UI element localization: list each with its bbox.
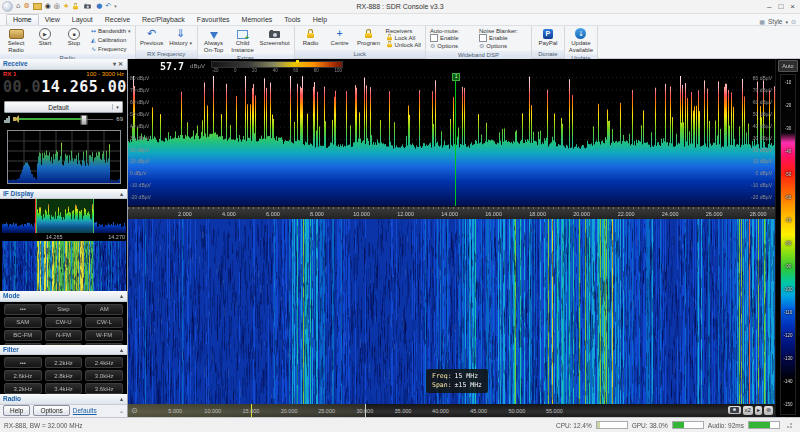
lock-icon[interactable] [73, 6, 78, 10]
scroll-down-icon[interactable]: ⌄ [119, 407, 124, 414]
qat-customize-icon[interactable]: ▾ [114, 2, 117, 11]
screenshot-button[interactable]: Screenshot [258, 27, 292, 53]
stop-record-icon[interactable]: ◎ [54, 2, 60, 11]
recentre-icon[interactable]: ⊛ [764, 406, 773, 415]
menu-tab[interactable]: View [39, 15, 66, 25]
ribbon-collapse-icon[interactable]: ⊙ [791, 18, 796, 25]
play-resume-icon[interactable]: ▸ [755, 406, 762, 415]
lock-all-button[interactable]: Lock All [386, 34, 421, 41]
mode-button[interactable]: BC-FM [4, 330, 42, 341]
screenshot-icon[interactable] [84, 4, 91, 8]
automute-options-button[interactable]: ⚙ Options [430, 42, 474, 49]
menu-tab[interactable]: Favourites [191, 15, 236, 25]
menu-tab[interactable]: Layout [66, 15, 99, 25]
lock-radio-button[interactable]: Radio [297, 27, 325, 49]
collapse-icon[interactable]: ▴ [119, 292, 124, 299]
mode-button[interactable]: SAM [4, 317, 42, 328]
navigator-target-icon[interactable]: ⊙ [128, 406, 138, 415]
user-icon[interactable]: ● [96, 2, 102, 11]
spectrum-plot[interactable]: 80 dBµV70 dBµV60 dBµV50 dBµV40 dBµV30 dB… [128, 73, 775, 206]
filter-button[interactable]: 3.2kHz [4, 383, 42, 394]
radio-section-header[interactable]: Radio ▴ [0, 394, 127, 405]
undo-icon[interactable]: ↶ [105, 2, 111, 11]
filter-button[interactable]: 2.8kHz [45, 370, 83, 381]
spectrum-canvas[interactable] [128, 73, 775, 206]
waterfall[interactable]: Freq:15 MHz Span:±15 MHz [128, 219, 775, 404]
band-navigator[interactable]: ⊙ 5.00010.00015.00020.00025.00030.00035.… [128, 404, 775, 417]
frequency-readout[interactable]: 00.014.265.000 [3, 77, 124, 97]
previous-button[interactable]: ↶ Previous [138, 27, 166, 49]
menu-tab[interactable]: Home [6, 14, 39, 25]
filter-button[interactable]: 3.6kHz [85, 383, 123, 394]
history-button[interactable]: ⇓ History ▾ [167, 27, 195, 49]
style-control[interactable]: ▦ Style ▾ ⊙ [759, 18, 800, 25]
close-button[interactable]: × [790, 2, 795, 12]
collapse-icon[interactable]: ▴ [119, 395, 124, 402]
mode-button[interactable]: Step [45, 304, 83, 315]
filter-button[interactable]: ••• [4, 357, 42, 368]
tune-cursor[interactable]: 1 [455, 73, 456, 206]
filter-button[interactable]: 2.2kHz [45, 357, 83, 368]
menu-tab[interactable]: Receive [99, 15, 136, 25]
if-spectrum-canvas[interactable] [2, 199, 126, 233]
profile-dropdown[interactable]: Default ▾ [4, 101, 123, 113]
paypal-button[interactable]: P PayPal [534, 27, 562, 49]
child-instance-button[interactable]: Child Instance [229, 27, 257, 53]
receive-panel-header[interactable]: Receive ▾ ✕ [0, 59, 127, 70]
help-button[interactable]: Help [3, 405, 30, 416]
if-waterfall-canvas[interactable] [2, 241, 126, 291]
favourite-icon[interactable]: ★ [63, 2, 69, 11]
zoom-level-button[interactable]: x2 [743, 406, 753, 415]
folder-icon[interactable] [33, 3, 42, 10]
menu-tab[interactable]: Rec/Playback [136, 15, 191, 25]
frequency-scale[interactable]: 2.0004.0006.0008.00010.00012.00014.00016… [128, 206, 775, 219]
resize-grip[interactable] [786, 421, 794, 429]
automute-enable-checkbox[interactable]: Enable [430, 34, 474, 42]
maximize-button[interactable]: □ [778, 2, 783, 12]
mode-button[interactable]: AM [85, 304, 123, 315]
frequency-button[interactable]: ∿ Frequency [91, 46, 131, 52]
slider-thumb[interactable] [80, 115, 87, 125]
colorbar-gradient[interactable]: -10-20-30-40-50-60-70-80-90-100-110-120-… [780, 74, 796, 415]
mode-button[interactable]: CW-L [85, 317, 123, 328]
noise-blanker-enable-checkbox[interactable]: Enable [479, 34, 527, 42]
filter-button[interactable]: 3.4kHz [45, 383, 83, 394]
collapse-icon[interactable]: ▴ [119, 190, 124, 197]
speaker-icon[interactable] [13, 117, 16, 121]
always-on-top-button[interactable]: Always On-Top [200, 27, 228, 53]
centre-button[interactable]: + Centre [326, 27, 354, 49]
filter-button[interactable]: 2.6kHz [4, 370, 42, 381]
mode-button[interactable]: W-FM [85, 330, 123, 341]
mode-button[interactable]: N-FM [45, 330, 83, 341]
filter-button[interactable]: 2.4kHz [85, 357, 123, 368]
minimize-button[interactable]: – [767, 2, 771, 12]
update-available-button[interactable]: ↓ Update Available [567, 27, 595, 53]
menu-tab[interactable]: Tools [278, 15, 306, 25]
noise-blanker-options-button[interactable]: ⚙ Options [479, 42, 527, 49]
mode-button[interactable]: ••• [4, 304, 42, 315]
unlock-all-button[interactable]: Unlock All [386, 41, 421, 48]
panel-close-icon[interactable]: ✕ [117, 60, 124, 67]
mode-header[interactable]: Mode ▴ [0, 291, 127, 302]
waterfall-camera-icon[interactable] [728, 406, 741, 414]
gear-icon[interactable]: ⚙ [23, 2, 29, 11]
start-button[interactable]: ▶ Start [31, 27, 59, 53]
bandwidth-button[interactable]: ↔ Bandwidth▾ [91, 28, 131, 34]
defaults-link[interactable]: Defaults [73, 407, 97, 414]
lock-program-button[interactable]: Program [355, 27, 383, 49]
stop-button[interactable]: ■ Stop [60, 27, 88, 53]
colorbar-auto-button[interactable]: Auto [778, 60, 798, 72]
mode-button[interactable]: CW-U [45, 317, 83, 328]
filter-button[interactable]: 3.0kHz [85, 370, 123, 381]
record-icon[interactable]: ◉ [45, 2, 51, 11]
intensity-legend[interactable]: -20020406080100 [211, 61, 343, 73]
filter-header[interactable]: Filter ▴ [0, 345, 127, 356]
volume-slider[interactable] [19, 115, 114, 123]
select-radio-button[interactable]: Select Radio [2, 27, 30, 53]
if-display-header[interactable]: IF Display ▴ [0, 189, 127, 200]
audio-spectrum-canvas[interactable] [8, 131, 120, 183]
collapse-icon[interactable]: ▴ [119, 346, 124, 353]
menu-tab[interactable]: Help [307, 15, 333, 25]
menu-tab[interactable]: Memories [236, 15, 279, 25]
calibration-button[interactable]: ◭ Calibration [91, 37, 131, 43]
